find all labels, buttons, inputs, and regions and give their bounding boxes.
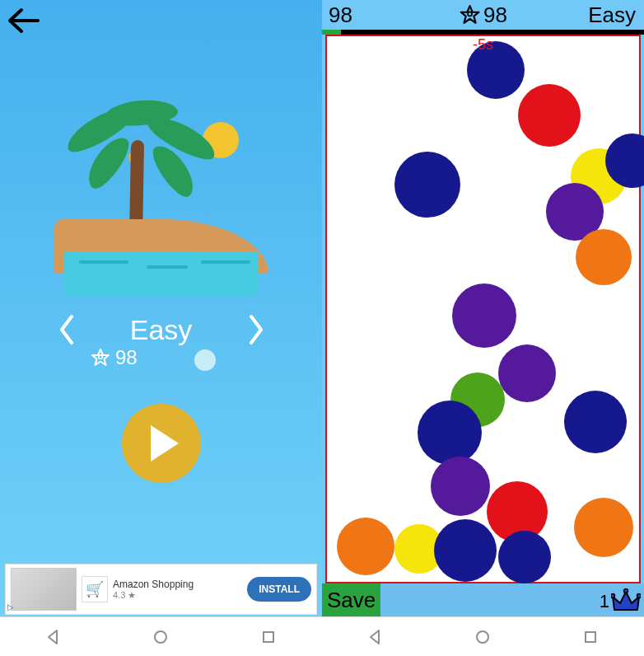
android-navbar bbox=[0, 616, 322, 656]
page-indicator-dot bbox=[194, 349, 216, 371]
hud-score-left: 98 bbox=[329, 2, 352, 28]
hud-difficulty: Easy bbox=[588, 2, 636, 28]
difficulty-label: Easy bbox=[130, 314, 193, 346]
menu-screen: Easy 98 🛒 Amazon Shopping 4.3 ★ INSTALL … bbox=[0, 0, 322, 656]
svg-point-6 bbox=[637, 594, 642, 598]
high-score: 98 bbox=[91, 346, 138, 369]
svg-rect-2 bbox=[264, 632, 273, 642]
nav-back-button[interactable] bbox=[366, 627, 385, 647]
ad-app-icon: 🛒 bbox=[82, 576, 108, 602]
save-button[interactable]: Save bbox=[322, 583, 380, 616]
game-ball[interactable] bbox=[498, 531, 551, 583]
leaderboard-button[interactable]: 1 bbox=[600, 588, 641, 615]
difficulty-illustration bbox=[54, 115, 268, 313]
game-ball[interactable] bbox=[498, 344, 556, 402]
nav-home-button[interactable] bbox=[473, 627, 492, 647]
game-ball[interactable] bbox=[452, 283, 516, 348]
game-ball[interactable] bbox=[337, 518, 394, 575]
nav-recent-button[interactable] bbox=[259, 627, 278, 647]
star-icon bbox=[459, 4, 480, 26]
ad-rating: 4.3 ★ bbox=[113, 590, 242, 601]
game-ball[interactable] bbox=[434, 519, 497, 582]
back-button[interactable] bbox=[7, 7, 40, 38]
ad-title: Amazon Shopping bbox=[113, 579, 242, 590]
gameplay-screen: 98 98 Easy -5s Save 1 bbox=[322, 0, 644, 656]
ad-text: Amazon Shopping 4.3 ★ bbox=[113, 579, 242, 601]
ad-install-button[interactable]: INSTALL bbox=[247, 577, 311, 602]
wave-icon bbox=[79, 260, 128, 264]
ad-banner[interactable]: 🛒 Amazon Shopping 4.3 ★ INSTALL ▷ bbox=[5, 564, 317, 615]
game-ball[interactable] bbox=[574, 498, 633, 557]
game-ball[interactable] bbox=[518, 84, 581, 147]
difficulty-selector: Easy bbox=[54, 312, 268, 348]
crown-icon bbox=[611, 588, 641, 615]
svg-point-0 bbox=[99, 355, 103, 359]
svg-rect-8 bbox=[586, 632, 595, 642]
wave-icon bbox=[201, 260, 250, 264]
crown-count: 1 bbox=[600, 591, 609, 612]
time-penalty-label: -5s bbox=[473, 36, 493, 54]
game-ball[interactable] bbox=[394, 152, 460, 218]
nav-recent-button[interactable] bbox=[581, 627, 600, 647]
playfield[interactable] bbox=[325, 35, 641, 583]
prev-difficulty-button[interactable] bbox=[54, 312, 79, 348]
game-ball[interactable] bbox=[576, 229, 632, 285]
game-ball[interactable] bbox=[564, 391, 627, 453]
svg-point-1 bbox=[155, 631, 166, 643]
nav-home-button[interactable] bbox=[151, 627, 170, 647]
svg-point-5 bbox=[624, 589, 628, 593]
game-ball[interactable] bbox=[418, 401, 482, 465]
svg-point-7 bbox=[477, 631, 488, 643]
adchoices-icon[interactable]: ▷ bbox=[7, 602, 17, 612]
chevron-left-icon bbox=[58, 313, 76, 346]
game-ball[interactable] bbox=[431, 457, 490, 516]
hud-score-center: 98 bbox=[459, 2, 507, 28]
water-icon bbox=[64, 252, 259, 297]
svg-point-3 bbox=[468, 12, 472, 16]
next-difficulty-button[interactable] bbox=[244, 312, 268, 348]
nav-back-button[interactable] bbox=[44, 627, 63, 647]
back-arrow-icon bbox=[7, 7, 40, 35]
star-icon bbox=[91, 348, 110, 368]
play-icon bbox=[151, 425, 179, 462]
chevron-right-icon bbox=[247, 313, 265, 346]
android-navbar bbox=[322, 616, 644, 656]
ad-thumbnail bbox=[11, 568, 77, 611]
hud: 98 98 Easy bbox=[322, 0, 644, 30]
wave-icon bbox=[147, 265, 188, 269]
hud-score-center-value: 98 bbox=[483, 2, 507, 28]
play-button[interactable] bbox=[122, 404, 201, 483]
svg-point-4 bbox=[611, 594, 615, 598]
bottom-bar: Save 1 bbox=[322, 583, 644, 616]
high-score-value: 98 bbox=[115, 346, 138, 369]
